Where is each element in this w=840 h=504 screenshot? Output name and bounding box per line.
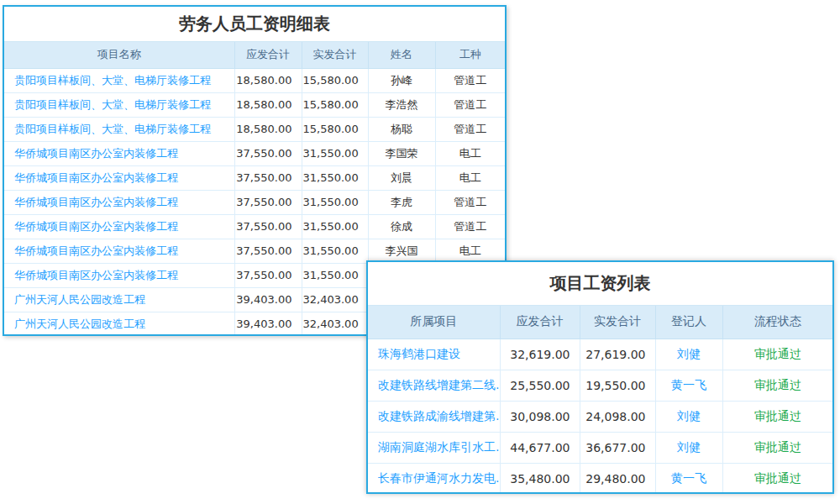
cell-payable-total: 37,550.00 bbox=[234, 239, 302, 263]
cell-worker-name: 李兴国 bbox=[368, 239, 435, 263]
cell-actual-total: 15,580.00 bbox=[302, 92, 368, 117]
cell-job-type: 电工 bbox=[435, 239, 505, 263]
cell-project-name-link[interactable]: 湖南洞庭湖水库引水工... bbox=[368, 432, 500, 463]
cell-project-name-link[interactable]: 广州天河人民公园改造工程 bbox=[4, 287, 234, 312]
project-salary-row: 长春市伊通河水力发电... 35,480.00 29,480.00 黄一飞 审批… bbox=[368, 463, 832, 494]
cell-payable-total: 18,580.00 bbox=[234, 92, 302, 117]
cell-payable-total: 39,403.00 bbox=[234, 287, 302, 312]
header-row: 项目名称 应发合计 实发合计 姓名 工种 bbox=[4, 42, 505, 68]
cell-job-type: 管道工 bbox=[435, 68, 505, 92]
cell-project-name-link[interactable]: 广州天河人民公园改造工程 bbox=[4, 312, 234, 336]
cell-project-name-link[interactable]: 华侨城项目南区办公室内装修工程 bbox=[4, 214, 234, 239]
cell-project-name-link[interactable]: 华侨城项目南区办公室内装修工程 bbox=[4, 190, 234, 214]
cell-actual-total: 27,619.00 bbox=[580, 339, 655, 370]
cell-project-name-link[interactable]: 贵阳项目样板间、大堂、电梯厅装修工程 bbox=[4, 117, 234, 141]
cell-worker-name: 李虎 bbox=[368, 190, 435, 214]
project-salary-row: 改建铁路线增建第二线... 25,550.00 19,550.00 黄一飞 审批… bbox=[368, 370, 832, 401]
worker-salary-row: 华侨城项目南区办公室内装修工程 37,550.00 31,550.00 李兴国 … bbox=[4, 239, 505, 263]
worker-salary-row: 华侨城项目南区办公室内装修工程 37,550.00 31,550.00 李虎 管… bbox=[4, 190, 505, 214]
cell-actual-total: 36,677.00 bbox=[580, 432, 655, 463]
col-header-payable-total: 应发合计 bbox=[500, 306, 580, 339]
cell-payable-total: 18,580.00 bbox=[234, 117, 302, 141]
cell-actual-total: 32,403.00 bbox=[302, 312, 368, 336]
cell-registrant-link[interactable]: 黄一飞 bbox=[655, 463, 722, 494]
cell-payable-total: 44,677.00 bbox=[500, 432, 580, 463]
project-salary-row: 湖南洞庭湖水库引水工... 44,677.00 36,677.00 刘健 审批通… bbox=[368, 432, 832, 463]
cell-job-type: 管道工 bbox=[435, 190, 505, 214]
project-salary-table: 所属项目 应发合计 实发合计 登记人 流程状态 珠海鹤港口建设 32,619.0… bbox=[368, 306, 832, 494]
cell-worker-name: 孙峰 bbox=[368, 68, 435, 92]
cell-flow-status: 审批通过 bbox=[722, 370, 832, 401]
cell-payable-total: 25,550.00 bbox=[500, 370, 580, 401]
cell-worker-name: 刘晨 bbox=[368, 165, 435, 190]
page-canvas: { "colors": { "panel_border": "#29a9e1",… bbox=[0, 0, 840, 504]
cell-job-type: 电工 bbox=[435, 165, 505, 190]
project-salary-panel: 项目工资列表 所属项目 应发合计 实发合计 登记人 流程状态 珠海鹤港口建设 3… bbox=[366, 260, 834, 494]
project-salary-row: 改建铁路成渝线增建第... 30,098.00 24,098.00 刘健 审批通… bbox=[368, 401, 832, 432]
cell-flow-status: 审批通过 bbox=[722, 339, 832, 370]
cell-flow-status: 审批通过 bbox=[722, 432, 832, 463]
worker-salary-panel-title: 劳务人员工资明细表 bbox=[4, 7, 505, 42]
cell-actual-total: 31,550.00 bbox=[302, 141, 368, 165]
cell-payable-total: 32,619.00 bbox=[500, 339, 580, 370]
cell-project-name-link[interactable]: 华侨城项目南区办公室内装修工程 bbox=[4, 239, 234, 263]
cell-project-name-link[interactable]: 华侨城项目南区办公室内装修工程 bbox=[4, 263, 234, 287]
col-header-actual-total: 实发合计 bbox=[302, 42, 368, 68]
cell-payable-total: 37,550.00 bbox=[234, 141, 302, 165]
col-header-registrant: 登记人 bbox=[655, 306, 722, 339]
cell-actual-total: 31,550.00 bbox=[302, 165, 368, 190]
project-salary-table-header: 所属项目 应发合计 实发合计 登记人 流程状态 bbox=[368, 306, 832, 339]
col-header-payable-total: 应发合计 bbox=[234, 42, 302, 68]
cell-actual-total: 31,550.00 bbox=[302, 190, 368, 214]
cell-project-name-link[interactable]: 贵阳项目样板间、大堂、电梯厅装修工程 bbox=[4, 68, 234, 92]
cell-payable-total: 37,550.00 bbox=[234, 190, 302, 214]
cell-actual-total: 31,550.00 bbox=[302, 263, 368, 287]
cell-job-type: 管道工 bbox=[435, 92, 505, 117]
worker-salary-row: 贵阳项目样板间、大堂、电梯厅装修工程 18,580.00 15,580.00 杨… bbox=[4, 117, 505, 141]
cell-project-name-link[interactable]: 改建铁路成渝线增建第... bbox=[368, 401, 500, 432]
cell-actual-total: 29,480.00 bbox=[580, 463, 655, 494]
cell-registrant-link[interactable]: 刘健 bbox=[655, 339, 722, 370]
cell-payable-total: 18,580.00 bbox=[234, 68, 302, 92]
cell-registrant-link[interactable]: 刘健 bbox=[655, 401, 722, 432]
col-header-project-name: 项目名称 bbox=[4, 42, 234, 68]
cell-project-name-link[interactable]: 长春市伊通河水力发电... bbox=[368, 463, 500, 494]
worker-salary-row: 华侨城项目南区办公室内装修工程 37,550.00 31,550.00 李国荣 … bbox=[4, 141, 505, 165]
cell-flow-status: 审批通过 bbox=[722, 463, 832, 494]
cell-registrant-link[interactable]: 刘健 bbox=[655, 432, 722, 463]
cell-worker-name: 徐成 bbox=[368, 214, 435, 239]
cell-project-name-link[interactable]: 贵阳项目样板间、大堂、电梯厅装修工程 bbox=[4, 92, 234, 117]
cell-job-type: 管道工 bbox=[435, 117, 505, 141]
cell-worker-name: 李浩然 bbox=[368, 92, 435, 117]
worker-salary-row: 华侨城项目南区办公室内装修工程 37,550.00 31,550.00 徐成 管… bbox=[4, 214, 505, 239]
cell-payable-total: 37,550.00 bbox=[234, 263, 302, 287]
cell-registrant-link[interactable]: 黄一飞 bbox=[655, 370, 722, 401]
cell-payable-total: 37,550.00 bbox=[234, 165, 302, 190]
cell-job-type: 电工 bbox=[435, 141, 505, 165]
col-header-belonging-project: 所属项目 bbox=[368, 306, 500, 339]
worker-salary-row: 华侨城项目南区办公室内装修工程 37,550.00 31,550.00 刘晨 电… bbox=[4, 165, 505, 190]
cell-payable-total: 35,480.00 bbox=[500, 463, 580, 494]
project-salary-row: 珠海鹤港口建设 32,619.00 27,619.00 刘健 审批通过 bbox=[368, 339, 832, 370]
project-salary-table-body: 珠海鹤港口建设 32,619.00 27,619.00 刘健 审批通过 改建铁路… bbox=[368, 339, 832, 494]
cell-actual-total: 31,550.00 bbox=[302, 239, 368, 263]
cell-project-name-link[interactable]: 珠海鹤港口建设 bbox=[368, 339, 500, 370]
cell-project-name-link[interactable]: 华侨城项目南区办公室内装修工程 bbox=[4, 165, 234, 190]
cell-worker-name: 李国荣 bbox=[368, 141, 435, 165]
cell-actual-total: 31,550.00 bbox=[302, 214, 368, 239]
cell-actual-total: 15,580.00 bbox=[302, 68, 368, 92]
col-header-actual-total: 实发合计 bbox=[580, 306, 655, 339]
cell-actual-total: 32,403.00 bbox=[302, 287, 368, 312]
cell-project-name-link[interactable]: 华侨城项目南区办公室内装修工程 bbox=[4, 141, 234, 165]
cell-payable-total: 39,403.00 bbox=[234, 312, 302, 336]
col-header-job-type: 工种 bbox=[435, 42, 505, 68]
cell-job-type: 管道工 bbox=[435, 214, 505, 239]
cell-payable-total: 37,550.00 bbox=[234, 214, 302, 239]
cell-project-name-link[interactable]: 改建铁路线增建第二线... bbox=[368, 370, 500, 401]
worker-salary-row: 贵阳项目样板间、大堂、电梯厅装修工程 18,580.00 15,580.00 李… bbox=[4, 92, 505, 117]
cell-actual-total: 15,580.00 bbox=[302, 117, 368, 141]
cell-actual-total: 19,550.00 bbox=[580, 370, 655, 401]
col-header-flow-status: 流程状态 bbox=[722, 306, 832, 339]
col-header-worker-name: 姓名 bbox=[368, 42, 435, 68]
project-salary-panel-title: 项目工资列表 bbox=[368, 262, 832, 306]
